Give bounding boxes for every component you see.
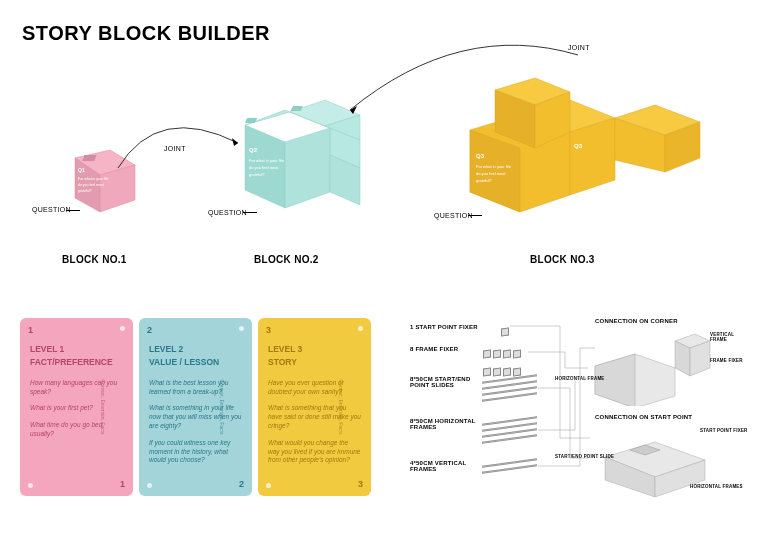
card-sub: VALUE / LESSON bbox=[149, 357, 242, 368]
svg-text:For what in your life: For what in your life bbox=[476, 164, 512, 169]
card-q: What would you change the way you lived … bbox=[268, 439, 361, 465]
svg-text:do you feel most: do you feel most bbox=[249, 165, 279, 170]
cards-row: 1 LEVEL 1 FACT/PREFERENCE How many langu… bbox=[20, 318, 371, 496]
card-q: What is something in your life now that … bbox=[149, 404, 242, 430]
card-num: 1 bbox=[120, 478, 125, 490]
card-dot bbox=[358, 326, 363, 331]
card-level: LEVEL 2 bbox=[149, 344, 242, 355]
card-side-text: Context, Entertain, Facts bbox=[337, 379, 344, 434]
svg-text:Q2: Q2 bbox=[249, 147, 258, 153]
svg-text:grateful?: grateful? bbox=[249, 172, 265, 177]
q1-tag: Q1 bbox=[78, 167, 85, 173]
anno-line bbox=[468, 215, 482, 216]
card-level-2: 2 LEVEL 2 VALUE / LESSON What is the bes… bbox=[139, 318, 252, 496]
card-level: LEVEL 1 bbox=[30, 344, 123, 355]
joint-label-1: JOINT bbox=[164, 145, 186, 152]
svg-text:For what in your life: For what in your life bbox=[249, 158, 285, 163]
card-level-3: 3 LEVEL 3 STORY Have you ever question o… bbox=[258, 318, 371, 496]
card-dot bbox=[120, 326, 125, 331]
card-q: What is your first pet? bbox=[30, 404, 123, 413]
block-1-caption: BLOCK NO.1 bbox=[62, 254, 127, 265]
page-title: STORY BLOCK BUILDER bbox=[22, 22, 270, 45]
svg-text:grateful?: grateful? bbox=[78, 189, 92, 193]
card-side-text: Context, Entertain, Facts bbox=[99, 379, 106, 434]
card-dot bbox=[147, 483, 152, 488]
svg-text:Q3: Q3 bbox=[574, 143, 583, 149]
exploded-diagram: 1 START POINT FIXER 8 FRAME FIXER 8*50CM… bbox=[410, 318, 750, 508]
block-3-caption: BLOCK NO.3 bbox=[530, 254, 595, 265]
svg-text:For what in your life: For what in your life bbox=[78, 177, 109, 181]
card-q: Have you ever question or doubted your o… bbox=[268, 379, 361, 397]
card-level: LEVEL 3 bbox=[268, 344, 361, 355]
anno-line bbox=[66, 210, 80, 211]
question-label-2: QUESTION bbox=[208, 209, 247, 216]
card-q: What is the best lesson you learned from… bbox=[149, 379, 242, 397]
card-num: 3 bbox=[358, 478, 363, 490]
card-q: What is something that you have said or … bbox=[268, 404, 361, 430]
svg-rect-3 bbox=[82, 155, 96, 161]
svg-text:Q3: Q3 bbox=[476, 153, 485, 159]
card-sub: FACT/PREFERENCE bbox=[30, 357, 123, 368]
card-level-1: 1 LEVEL 1 FACT/PREFERENCE How many langu… bbox=[20, 318, 133, 496]
svg-rect-14 bbox=[245, 118, 257, 123]
card-num: 2 bbox=[239, 478, 244, 490]
card-sub: STORY bbox=[268, 357, 361, 368]
svg-text:grateful?: grateful? bbox=[476, 178, 492, 183]
card-q: If you could witness one key moment in t… bbox=[149, 439, 242, 465]
svg-marker-10 bbox=[285, 128, 330, 208]
card-num: 2 bbox=[147, 324, 152, 336]
card-side-text: Context, Entertain, Facts bbox=[218, 379, 225, 434]
block-3-cube: Q3 For what in your life do you feel mos… bbox=[440, 60, 730, 240]
svg-text:do you feel most: do you feel most bbox=[78, 183, 104, 187]
card-dot bbox=[28, 483, 33, 488]
anno-line bbox=[243, 212, 257, 213]
card-dot bbox=[266, 483, 271, 488]
card-dot bbox=[239, 326, 244, 331]
card-num: 3 bbox=[266, 324, 271, 336]
card-q: What time do you go bed usually? bbox=[30, 421, 123, 439]
blocks-area: JOINT Q1 For what in your life do you fe… bbox=[0, 50, 760, 280]
svg-text:do you feel most: do you feel most bbox=[476, 171, 506, 176]
card-num: 1 bbox=[28, 324, 33, 336]
connector-lines bbox=[410, 318, 750, 508]
block-2-caption: BLOCK NO.2 bbox=[254, 254, 319, 265]
card-q: How many languages can you speak? bbox=[30, 379, 123, 397]
